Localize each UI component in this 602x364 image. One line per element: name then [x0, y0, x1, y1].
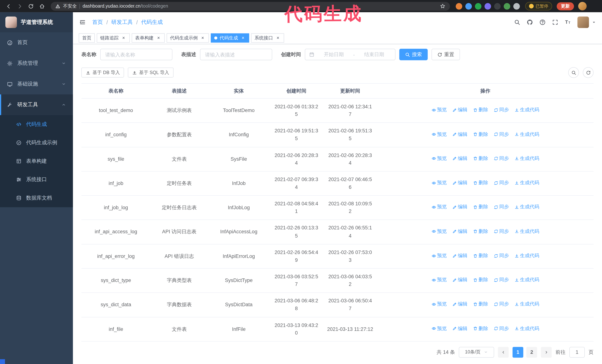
prev-page-button[interactable] [498, 347, 509, 357]
sync-link[interactable]: 同步 [494, 228, 509, 235]
extension-leaf-icon[interactable] [504, 3, 510, 10]
delete-link[interactable]: 删除 [473, 252, 488, 260]
avatar-caret-icon[interactable] [592, 20, 596, 24]
sync-link[interactable]: 同步 [494, 252, 509, 260]
sidebar-item-dashboard[interactable]: 首页 [0, 32, 73, 53]
paused-badge[interactable]: 已暂停 [525, 2, 552, 10]
tab-tracing[interactable]: 链路追踪× [97, 33, 130, 42]
generate-code-link[interactable]: 生成代码 [514, 106, 539, 114]
page-button-1[interactable]: 1 [513, 347, 523, 357]
tab-api[interactable]: 系统接口× [251, 33, 284, 42]
tab-close-icon[interactable]: × [156, 35, 161, 41]
next-page-button[interactable] [541, 347, 552, 357]
preview-link[interactable]: 预览 [431, 179, 447, 187]
page-size-select[interactable]: 10条/页 [459, 347, 494, 357]
sync-link[interactable]: 同步 [494, 301, 509, 308]
delete-link[interactable]: 删除 [473, 203, 488, 211]
preview-link[interactable]: 预览 [431, 155, 447, 162]
extension-fox-icon[interactable] [456, 3, 462, 10]
generate-code-link[interactable]: 生成代码 [514, 325, 539, 332]
edit-link[interactable]: 编辑 [452, 252, 468, 260]
table-desc-input[interactable] [200, 49, 272, 60]
sidebar-subitem-codegen[interactable]: 代码生成 [0, 115, 73, 134]
browser-profile-avatar[interactable] [578, 2, 587, 10]
delete-link[interactable]: 删除 [473, 131, 488, 138]
help-icon[interactable] [539, 19, 546, 25]
sync-link[interactable]: 同步 [494, 131, 509, 138]
breadcrumb-item-2[interactable]: 代码生成 [141, 19, 163, 26]
browser-update-button[interactable]: 更新 [557, 2, 574, 10]
preview-link[interactable]: 预览 [431, 276, 447, 284]
tab-close-icon[interactable]: × [121, 35, 126, 41]
date-range-picker[interactable]: 开始日期 - 结束日期 [305, 49, 396, 60]
sidebar-item-system[interactable]: 系统管理 [0, 53, 73, 74]
extension-blue-icon[interactable] [465, 3, 472, 10]
extension-dark-icon[interactable] [494, 3, 501, 10]
sidebar-subitem-api[interactable]: 系统接口 [0, 170, 73, 189]
sidebar-collapse-icon[interactable] [79, 19, 86, 26]
goto-page-input[interactable] [570, 347, 585, 357]
generate-code-link[interactable]: 生成代码 [514, 203, 539, 211]
sidebar-subitem-codegen-example[interactable]: 代码生成示例 [0, 134, 73, 152]
github-icon[interactable] [527, 19, 533, 25]
edit-link[interactable]: 编辑 [452, 228, 468, 235]
sync-link[interactable]: 同步 [494, 106, 509, 114]
edit-link[interactable]: 编辑 [452, 106, 468, 114]
tab-close-icon[interactable]: × [240, 35, 246, 41]
preview-link[interactable]: 预览 [431, 203, 447, 211]
bookmark-star-icon[interactable] [440, 3, 445, 9]
browser-home-button[interactable] [37, 1, 46, 11]
delete-link[interactable]: 删除 [473, 325, 488, 332]
tab-codegen-example[interactable]: 代码生成示例× [167, 33, 209, 42]
tab-home[interactable]: 首页 [79, 33, 95, 42]
tab-form-builder[interactable]: 表单构建× [132, 33, 165, 42]
sync-link[interactable]: 同步 [494, 276, 509, 284]
refresh-table-button[interactable] [583, 67, 593, 78]
page-button-2[interactable]: 2 [527, 347, 537, 357]
user-avatar[interactable] [577, 16, 589, 28]
fullscreen-icon[interactable] [552, 19, 558, 25]
edit-link[interactable]: 编辑 [452, 131, 468, 138]
edit-link[interactable]: 编辑 [452, 179, 468, 187]
tab-close-icon[interactable]: × [275, 35, 281, 41]
preview-link[interactable]: 预览 [431, 106, 447, 114]
sync-link[interactable]: 同步 [494, 155, 509, 162]
breadcrumb-item-1[interactable]: 研发工具 [111, 19, 133, 26]
browser-refresh-button[interactable] [26, 1, 35, 11]
delete-link[interactable]: 删除 [473, 276, 488, 284]
generate-code-link[interactable]: 生成代码 [514, 301, 539, 308]
sync-link[interactable]: 同步 [494, 179, 509, 187]
delete-link[interactable]: 删除 [473, 179, 488, 187]
delete-link[interactable]: 删除 [473, 301, 488, 308]
sidebar-subitem-form-builder[interactable]: 表单构建 [0, 152, 73, 170]
delete-link[interactable]: 删除 [473, 155, 488, 162]
generate-code-link[interactable]: 生成代码 [514, 131, 539, 138]
generate-code-link[interactable]: 生成代码 [514, 179, 539, 187]
edit-link[interactable]: 编辑 [452, 325, 468, 332]
tab-codegen[interactable]: 代码生成× [211, 33, 249, 42]
table-name-input[interactable] [100, 49, 172, 60]
import-db-button[interactable]: 基于 DB 导入 [81, 68, 124, 78]
edit-link[interactable]: 编辑 [452, 276, 468, 284]
preview-link[interactable]: 预览 [431, 252, 447, 260]
sidebar-subitem-db-doc[interactable]: 数据库文档 [0, 189, 73, 207]
sync-link[interactable]: 同步 [494, 325, 509, 332]
reset-button[interactable]: 重置 [431, 49, 460, 60]
generate-code-link[interactable]: 生成代码 [514, 252, 539, 260]
font-size-icon[interactable]: TT [565, 19, 571, 25]
browser-back-button[interactable] [4, 1, 13, 11]
edit-link[interactable]: 编辑 [452, 155, 468, 162]
sync-link[interactable]: 同步 [494, 203, 509, 211]
address-bar[interactable]: 不安全 dashboard.yudao.iocoder.cn/tool/code… [51, 2, 450, 10]
edit-link[interactable]: 编辑 [452, 203, 468, 211]
delete-link[interactable]: 删除 [473, 106, 488, 114]
preview-link[interactable]: 预览 [431, 325, 447, 332]
import-sql-button[interactable]: 基于 SQL 导入 [128, 68, 173, 78]
sidebar-item-devtools[interactable]: 研发工具 [0, 94, 73, 115]
generate-code-link[interactable]: 生成代码 [514, 228, 539, 235]
delete-link[interactable]: 删除 [473, 228, 488, 235]
extension-green-check-icon[interactable] [475, 3, 481, 10]
tab-close-icon[interactable]: × [200, 35, 205, 41]
logo[interactable]: 芋道管理系统 [0, 12, 73, 32]
browser-forward-button[interactable] [15, 1, 24, 11]
